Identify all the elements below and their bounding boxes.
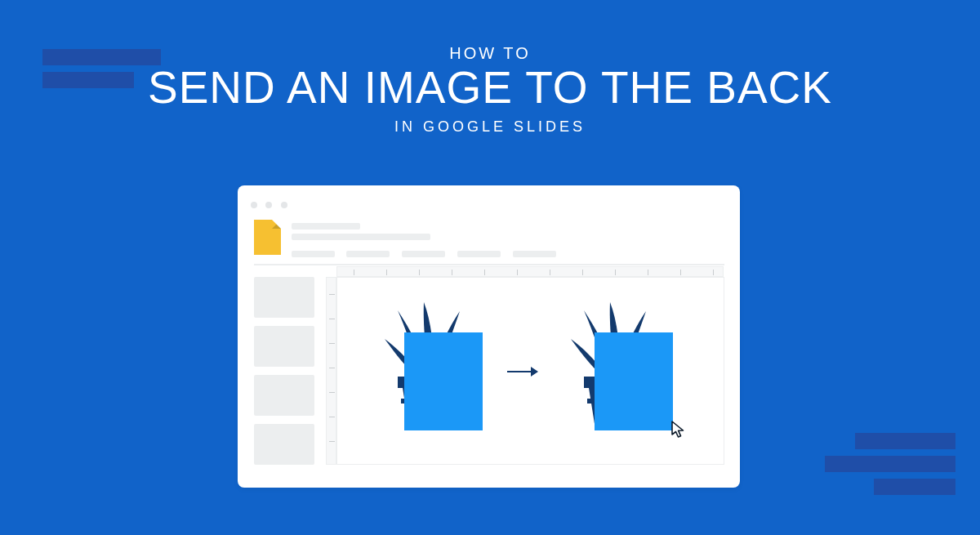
title-main: SEND AN IMAGE TO THE BACK — [0, 65, 980, 112]
blue-rectangle-front — [404, 332, 483, 430]
title-placeholder — [292, 223, 360, 230]
cursor-icon — [670, 421, 687, 439]
decor-bar-bottom-2 — [825, 456, 956, 472]
slide-thumbnail — [254, 277, 314, 318]
toolbar-divider — [254, 264, 724, 265]
arrow-right-icon — [507, 366, 538, 377]
subtitle-placeholder — [292, 234, 430, 240]
blue-rectangle-back — [595, 332, 673, 430]
app-window-illustration — [238, 185, 740, 488]
menu-placeholder — [292, 251, 335, 257]
title-pre: HOW TO — [0, 44, 980, 63]
after-state — [550, 298, 690, 444]
menu-placeholder — [457, 251, 501, 257]
slide-thumbnail — [254, 424, 314, 465]
window-dots — [251, 197, 292, 212]
slide-thumbnail — [254, 375, 314, 416]
title-sub: IN GOOGLE SLIDES — [0, 118, 980, 136]
window-dot — [281, 202, 287, 208]
slides-document-icon — [254, 220, 281, 255]
decor-bar-bottom-3 — [874, 479, 956, 495]
menu-placeholder — [402, 251, 445, 257]
window-dot — [265, 202, 272, 208]
menu-placeholder — [513, 251, 556, 257]
horizontal-ruler — [336, 266, 724, 277]
vertical-ruler — [326, 277, 336, 465]
window-dot — [251, 202, 257, 208]
menu-placeholder — [346, 251, 390, 257]
slide-canvas — [336, 277, 724, 465]
decor-bar-bottom-1 — [855, 433, 956, 449]
slide-thumbnail — [254, 326, 314, 367]
before-state — [363, 298, 494, 437]
title-block: HOW TO SEND AN IMAGE TO THE BACK IN GOOG… — [0, 44, 980, 136]
